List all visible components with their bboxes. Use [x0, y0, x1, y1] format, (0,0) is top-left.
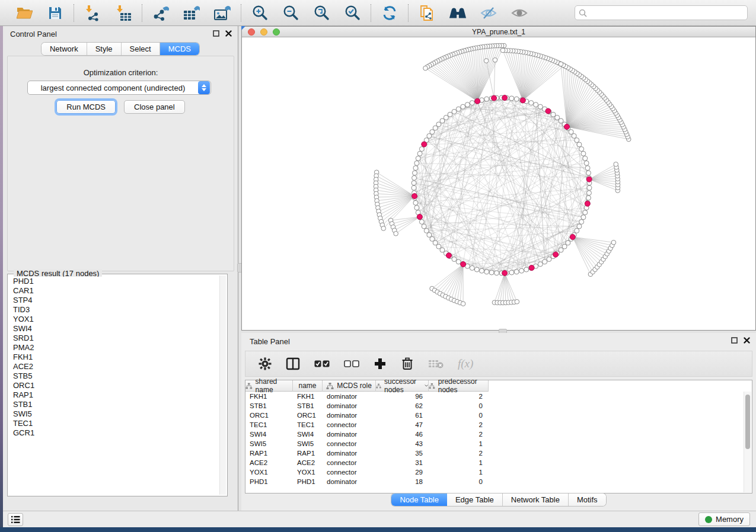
column-header-MCDS-role[interactable]: MCDS role	[323, 380, 376, 392]
add-column-button[interactable]	[374, 356, 387, 371]
table-row[interactable]: ORC1ORC1dominator610	[245, 411, 752, 420]
table-tab-network-table[interactable]: Network Table	[503, 493, 569, 506]
list-item[interactable]: SWI5	[9, 409, 219, 419]
save-session-button[interactable]	[46, 4, 64, 22]
import-network-button[interactable]	[84, 4, 101, 22]
network-node[interactable]	[538, 262, 543, 267]
tab-select[interactable]: Select	[122, 43, 160, 55]
mcds-dominator-node[interactable]	[502, 270, 508, 275]
mcds-dominator-node[interactable]	[422, 142, 427, 147]
delete-table-button[interactable]	[428, 356, 444, 371]
table-row[interactable]: STB1STB1dominator620	[245, 401, 752, 411]
refresh-view-button[interactable]	[381, 4, 398, 22]
network-from-selection-button[interactable]	[418, 4, 436, 22]
network-node[interactable]	[514, 270, 519, 274]
table-row[interactable]: FKH1FKH1dominator962	[245, 392, 752, 401]
network-node[interactable]	[543, 259, 547, 264]
network-node[interactable]	[413, 171, 417, 175]
mcds-dominator-node[interactable]	[502, 95, 508, 101]
network-node[interactable]	[569, 130, 573, 134]
mcds-dominator-node[interactable]	[553, 252, 559, 257]
network-node[interactable]	[500, 48, 505, 53]
float-panel-icon[interactable]	[213, 30, 219, 37]
network-node[interactable]	[583, 156, 588, 161]
network-node[interactable]	[456, 259, 461, 264]
network-node[interactable]	[524, 267, 529, 272]
deselect-all-checkboxes-button[interactable]	[344, 356, 359, 371]
network-node[interactable]	[575, 228, 579, 233]
zoom-selected-button[interactable]	[343, 4, 361, 22]
network-node[interactable]	[427, 133, 432, 138]
mcds-dominator-node[interactable]	[585, 201, 590, 206]
network-node[interactable]	[587, 185, 592, 190]
list-item[interactable]: SWI4	[9, 324, 219, 334]
network-node[interactable]	[448, 112, 452, 117]
network-node[interactable]	[414, 206, 419, 210]
open-file-button[interactable]	[15, 4, 33, 22]
network-node[interactable]	[412, 185, 416, 190]
tab-mcds[interactable]: MCDS	[160, 43, 199, 55]
network-node[interactable]	[577, 142, 582, 147]
preview-eye-button[interactable]	[511, 4, 528, 22]
list-item[interactable]: PHD1	[9, 277, 219, 286]
function-builder-button[interactable]: f(x)	[458, 356, 473, 371]
network-node[interactable]	[559, 62, 563, 66]
network-node[interactable]	[430, 236, 435, 241]
network-node[interactable]	[529, 101, 534, 105]
network-node[interactable]	[381, 226, 386, 231]
close-window-button[interactable]	[248, 28, 255, 36]
network-node[interactable]	[534, 102, 538, 107]
column-header-shared-name[interactable]: shared name	[245, 380, 293, 392]
network-node[interactable]	[417, 151, 422, 156]
network-node[interactable]	[577, 224, 582, 229]
float-panel-icon[interactable]	[731, 337, 738, 344]
scrollbar-thumb[interactable]	[745, 395, 750, 449]
network-node[interactable]	[424, 228, 429, 233]
network-node[interactable]	[444, 115, 448, 120]
table-options-gear-button[interactable]	[259, 356, 272, 371]
network-node[interactable]	[422, 224, 426, 229]
network-node[interactable]	[572, 133, 576, 138]
network-node[interactable]	[461, 104, 465, 109]
mcds-dominator-node[interactable]	[461, 262, 466, 267]
mcds-dominator-node[interactable]	[492, 95, 497, 101]
list-item[interactable]: SRD1	[9, 334, 219, 343]
mcds-result-list[interactable]: PHD1CAR1STP4TID3YOX1SWI4SRD1PMA2FKH1ACE2…	[9, 277, 219, 495]
network-node[interactable]	[427, 233, 432, 238]
network-node[interactable]	[394, 231, 398, 236]
network-node[interactable]	[493, 57, 497, 62]
list-item[interactable]: RAP1	[9, 390, 219, 400]
network-node[interactable]	[551, 112, 556, 117]
zoom-out-button[interactable]	[282, 4, 299, 22]
tab-style[interactable]: Style	[87, 43, 122, 55]
network-node[interactable]	[538, 104, 543, 109]
list-item[interactable]: PMA2	[9, 343, 219, 352]
network-node[interactable]	[584, 161, 589, 165]
list-item[interactable]: FKH1	[9, 352, 219, 362]
network-node[interactable]	[575, 138, 579, 143]
table-row[interactable]: SWI4SWI4dominator462	[245, 430, 752, 439]
network-node[interactable]	[509, 96, 514, 101]
network-node[interactable]	[495, 271, 499, 275]
import-table-button[interactable]	[114, 4, 132, 22]
network-node[interactable]	[419, 219, 424, 224]
mcds-dominator-node[interactable]	[586, 177, 592, 182]
close-panel-button[interactable]: Close panel	[124, 100, 185, 114]
task-history-button[interactable]	[8, 513, 23, 526]
export-network-button[interactable]	[152, 4, 170, 22]
network-node[interactable]	[614, 162, 618, 166]
network-node[interactable]	[474, 267, 479, 272]
mcds-dominator-node[interactable]	[546, 108, 551, 114]
network-node[interactable]	[412, 175, 417, 180]
search-binoculars-button[interactable]	[449, 4, 467, 22]
network-node[interactable]	[484, 97, 489, 101]
close-panel-icon[interactable]	[744, 337, 750, 344]
column-visibility-button[interactable]	[286, 356, 300, 371]
network-node[interactable]	[413, 166, 418, 171]
network-node[interactable]	[412, 181, 416, 185]
network-node[interactable]	[586, 171, 591, 175]
network-node[interactable]	[433, 241, 438, 245]
table-row[interactable]: PHD1PHD1dominator180	[245, 477, 752, 486]
column-header-name[interactable]: name	[293, 380, 323, 392]
network-node[interactable]	[579, 219, 584, 224]
